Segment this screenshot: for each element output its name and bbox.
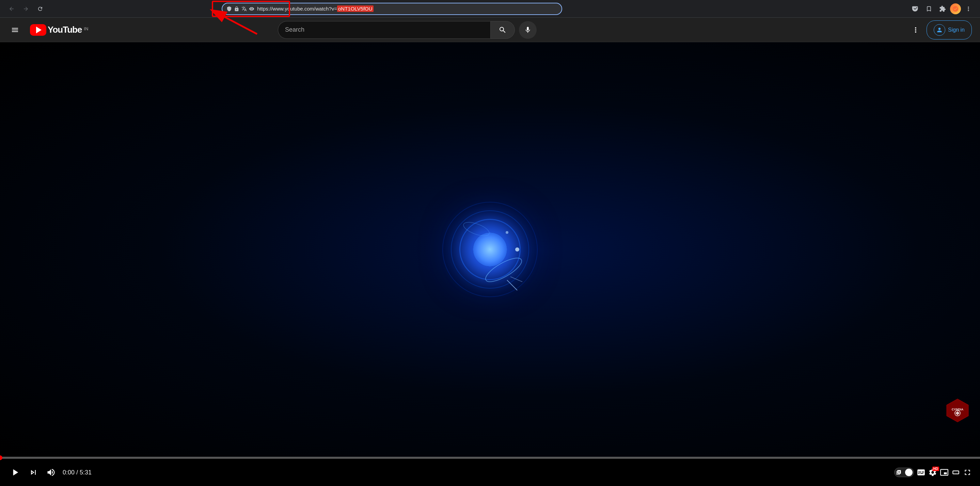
browser-nav-buttons xyxy=(5,3,46,15)
browser-toolbar: https://www.youtube.com/watch?v=oNT1OLV5… xyxy=(0,0,980,18)
back-button[interactable] xyxy=(5,3,18,15)
time-display: 0:00 / 5:31 xyxy=(63,469,92,476)
sign-in-button[interactable]: Sign in xyxy=(926,21,972,40)
more-options-button[interactable] xyxy=(907,22,924,38)
hd-badge: HD xyxy=(932,467,939,471)
video-visual xyxy=(442,202,538,297)
video-player-container: CYNDIA 0:00 / 5:31 xyxy=(0,42,980,486)
user-icon xyxy=(934,24,945,36)
video-controls: 0:00 / 5:31 HD xyxy=(0,459,980,486)
play-button[interactable] xyxy=(8,465,22,479)
browser-right-actions xyxy=(909,3,975,15)
bookmark-button[interactable] xyxy=(923,3,935,15)
youtube-logo[interactable]: YouTube IN xyxy=(30,24,88,36)
fullscreen-button[interactable] xyxy=(963,468,972,477)
svg-point-8 xyxy=(506,231,508,234)
autoplay-toggle[interactable] xyxy=(894,468,914,477)
save-to-pocket-button[interactable] xyxy=(909,3,921,15)
miniplayer-button[interactable] xyxy=(940,468,949,477)
video-area[interactable]: CYNDIA xyxy=(0,42,980,457)
video-progress-bar[interactable] xyxy=(0,457,980,459)
browser-menu-button[interactable] xyxy=(962,3,975,15)
svg-line-5 xyxy=(507,280,517,290)
youtube-header: YouTube IN Sign in xyxy=(0,18,980,42)
svg-point-4 xyxy=(462,219,491,238)
subtitles-button[interactable] xyxy=(917,468,926,477)
youtube-menu-button[interactable] xyxy=(8,23,22,37)
browser-profile-avatar[interactable] xyxy=(950,3,961,14)
next-button[interactable] xyxy=(27,466,40,478)
svg-point-7 xyxy=(515,248,519,251)
toggle-knob xyxy=(905,469,913,476)
theater-mode-button[interactable] xyxy=(951,468,960,477)
search-input[interactable] xyxy=(278,21,490,39)
address-bar[interactable]: https://www.youtube.com/watch?v=oNT1OLV5… xyxy=(222,3,562,15)
search-area xyxy=(278,21,537,39)
url-text: https://www.youtube.com/watch?v=oNT1OLV5… xyxy=(257,6,373,11)
reload-button[interactable] xyxy=(34,3,46,15)
svg-point-3 xyxy=(482,254,525,286)
forward-button[interactable] xyxy=(20,3,32,15)
search-button[interactable] xyxy=(490,21,515,39)
right-controls: HD xyxy=(894,468,972,477)
youtube-country-label: IN xyxy=(84,26,88,31)
youtube-logo-icon xyxy=(30,24,46,36)
svg-line-6 xyxy=(511,277,522,282)
volume-button[interactable] xyxy=(45,466,57,478)
youtube-logo-text: YouTube xyxy=(48,24,82,35)
address-security-icons xyxy=(226,6,255,11)
header-actions: Sign in xyxy=(907,21,972,40)
video-watermark: CYNDIA xyxy=(945,398,970,423)
settings-button[interactable]: HD xyxy=(928,468,937,477)
url-highlighted-part: oNT1OLV5fOU xyxy=(337,5,374,12)
extensions-button[interactable] xyxy=(936,3,949,15)
voice-search-button[interactable] xyxy=(519,21,537,39)
sign-in-label: Sign in xyxy=(948,27,965,33)
